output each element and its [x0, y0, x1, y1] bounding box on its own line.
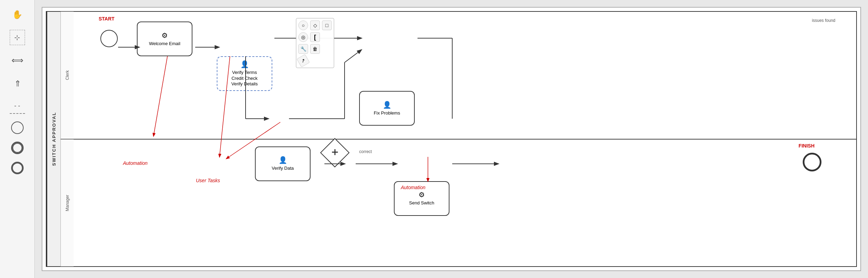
ctx-diamond-shape[interactable]: ◇: [310, 20, 320, 30]
verify-terms-task[interactable]: 👤 Verify Terms Credit Check Verify Detai…: [217, 56, 272, 91]
ctx-circle-double[interactable]: ◎: [298, 32, 308, 42]
circle-empty-tool[interactable]: [11, 121, 24, 134]
automation-label-1: Automation: [123, 160, 148, 166]
welcome-email-label: Welcome Email: [149, 41, 180, 47]
send-switch-icon: ⚙: [419, 191, 425, 199]
dashed-connect-tool[interactable]: - -: [10, 99, 25, 114]
automation-label-2: Automation: [401, 185, 425, 190]
verify-terms-label: Verify Terms Credit Check Verify Details: [231, 70, 258, 87]
canvas-area[interactable]: SWITCH APPROVAL Clerk START ⚙ Welcome Em…: [42, 7, 861, 271]
verify-data-label: Verify Data: [272, 166, 294, 171]
start-event-circle: [100, 30, 118, 47]
manager-connections-svg: [60, 140, 856, 267]
connect-tool[interactable]: ⇗: [6, 73, 28, 94]
issues-found-label: issues found: [812, 18, 835, 23]
pool-lanes: Clerk START ⚙ Welcome Email 👤 Verify Ter…: [60, 12, 856, 266]
user-tasks-label: User Tasks: [196, 178, 220, 183]
select-tool[interactable]: ⊹: [10, 30, 25, 45]
start-event[interactable]: [100, 30, 118, 47]
end-event-circle: [803, 153, 821, 171]
verify-terms-icon: 👤: [240, 60, 249, 68]
welcome-email-icon: ⚙: [162, 31, 168, 40]
correct-label: correct: [359, 149, 372, 154]
manager-lane-label: Manager: [60, 140, 74, 267]
clerk-lane-label: Clerk: [60, 12, 74, 139]
fix-problems-task[interactable]: 👤 Fix Problems: [359, 91, 415, 126]
move-tool[interactable]: ⟺: [10, 53, 25, 68]
pool-label: SWITCH APPROVAL: [47, 12, 60, 266]
ctx-arrow[interactable]: ↗: [297, 54, 310, 67]
verify-data-task[interactable]: 👤 Verify Data: [255, 146, 311, 181]
ctx-wrench[interactable]: 🔧: [298, 44, 308, 54]
left-toolbar: ✋ ⊹ ⟺ ⇗ - -: [0, 0, 35, 278]
ctx-trash[interactable]: 🗑: [310, 44, 320, 54]
clerk-lane: Clerk START ⚙ Welcome Email 👤 Verify Ter…: [60, 12, 856, 140]
welcome-email-task[interactable]: ⚙ Welcome Email: [137, 22, 192, 56]
ctx-row-2: ◎ [: [298, 32, 332, 42]
ctx-row-3: 🔧 🗑: [298, 44, 332, 54]
ctx-bracket-shape[interactable]: [: [310, 32, 320, 42]
ctx-rect-shape[interactable]: □: [322, 20, 332, 30]
ctx-row-4: ↗: [298, 56, 332, 66]
send-switch-label: Send Switch: [409, 200, 434, 206]
pool: SWITCH APPROVAL Clerk START ⚙ Welcome Em…: [46, 11, 857, 267]
circle-ring-tool[interactable]: [11, 142, 24, 154]
fix-problems-label: Fix Problems: [374, 110, 400, 116]
hand-tool[interactable]: ✋: [10, 7, 25, 22]
fix-problems-icon: 👤: [383, 101, 391, 109]
manager-lane: Manager Automation User Tasks 👤 Verify D…: [60, 140, 856, 267]
finish-label: FINISH: [799, 143, 815, 149]
context-toolbar: ○ ◇ □ ◎ [ 🔧 🗑 ↗: [296, 18, 334, 68]
ctx-row-1: ○ ◇ □: [298, 20, 332, 30]
circle-solid-tool[interactable]: [11, 162, 24, 174]
end-event[interactable]: [803, 153, 821, 171]
start-label: START: [99, 16, 115, 22]
verify-data-icon: 👤: [279, 156, 287, 164]
ctx-circle-shape[interactable]: ○: [298, 20, 308, 30]
